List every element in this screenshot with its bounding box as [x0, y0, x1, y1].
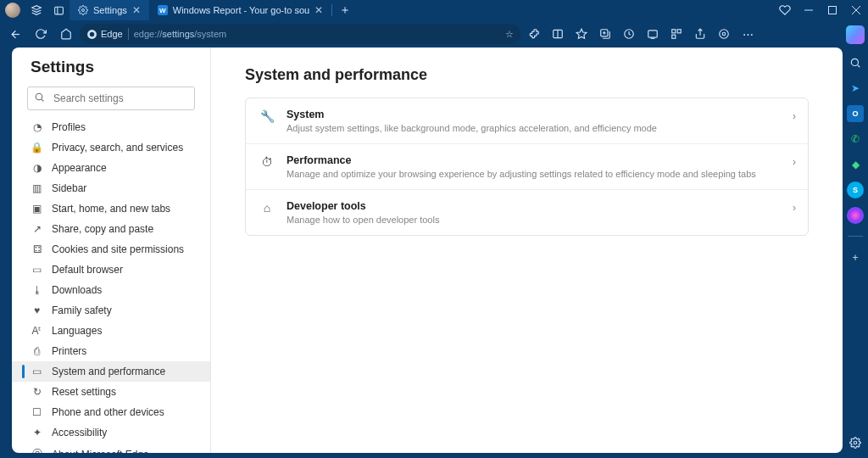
back-button[interactable] — [3, 22, 27, 46]
dock-search-icon[interactable] — [847, 54, 864, 71]
chevron-right-icon: › — [793, 110, 796, 122]
sidebar-item-reset-settings[interactable]: ↻Reset settings — [12, 382, 210, 402]
nav-label: Reset settings — [52, 386, 116, 398]
svg-line-27 — [858, 65, 860, 68]
chevron-right-icon: › — [793, 202, 796, 214]
share-icon[interactable] — [688, 22, 712, 46]
home-button[interactable] — [54, 22, 78, 46]
workspaces-icon[interactable] — [25, 4, 47, 16]
tab-actions-icon[interactable] — [47, 5, 70, 16]
copilot-button[interactable] — [846, 25, 865, 44]
nav-icon: ◔ — [31, 121, 43, 133]
nav-label: Languages — [52, 325, 102, 337]
history-icon[interactable] — [617, 22, 641, 46]
new-tab-button[interactable]: ＋ — [332, 0, 358, 20]
tab-label: Settings — [93, 5, 127, 15]
svg-rect-4 — [829, 7, 837, 14]
svg-rect-19 — [677, 30, 681, 33]
favorites-icon[interactable] — [570, 22, 593, 46]
close-window-button[interactable] — [844, 6, 868, 14]
toolbar: Edge edge://settings/system ☆ ⋯ — [0, 20, 868, 47]
sidebar-item-cookies-and-site-permissions[interactable]: ⚃Cookies and site permissions — [12, 239, 210, 260]
site-favicon: W — [158, 5, 168, 15]
nav-label: Appearance — [52, 162, 107, 174]
performance-icon[interactable] — [712, 22, 736, 46]
favorite-star-icon[interactable]: ☆ — [505, 29, 514, 40]
reading-list-icon[interactable] — [546, 22, 570, 46]
nav-icon: ◑ — [31, 162, 43, 174]
row-title: Developer tools — [287, 200, 439, 212]
nav-icon: 🔒 — [31, 142, 43, 154]
nav-icon: ✦ — [31, 427, 43, 438]
screenshot-icon[interactable] — [641, 22, 665, 46]
nav-icon: ▥ — [31, 182, 43, 194]
svg-point-22 — [720, 30, 729, 39]
nav-icon: ⓔ — [31, 447, 43, 453]
rewards-icon[interactable] — [773, 4, 797, 16]
row-title: System — [287, 109, 657, 120]
settings-row-developer-tools[interactable]: ⌂Developer toolsManage how to open devel… — [246, 189, 808, 235]
dock-skype-icon[interactable]: S — [847, 182, 864, 198]
sidebar-item-system-and-performance[interactable]: ▭System and performance — [12, 361, 210, 382]
apps-icon[interactable] — [665, 22, 688, 46]
search-icon — [34, 92, 45, 103]
sidebar-item-downloads[interactable]: ⭳Downloads — [12, 280, 210, 300]
sidebar-item-accessibility[interactable]: ✦Accessibility — [12, 422, 210, 443]
sidebar-item-profiles[interactable]: ◔Profiles — [12, 117, 210, 137]
gear-icon — [78, 5, 88, 15]
tab-label: Windows Report - Your go-to sou — [173, 5, 309, 15]
chip-label: Edge — [101, 29, 123, 39]
more-icon[interactable]: ⋯ — [736, 22, 760, 46]
sidebar-item-phone-and-other-devices[interactable]: ☐Phone and other devices — [12, 402, 210, 422]
tab-settings[interactable]: Settings ✕ — [70, 0, 149, 20]
dock-android-icon[interactable]: ◆ — [847, 156, 864, 173]
sidebar-item-appearance[interactable]: ◑Appearance — [12, 158, 210, 178]
address-bar[interactable]: Edge edge://settings/system ☆ — [80, 24, 520, 44]
svg-point-28 — [854, 441, 857, 444]
profile-avatar[interactable] — [5, 3, 20, 18]
sidebar-item-printers[interactable]: ⎙Printers — [12, 341, 210, 361]
title-bar: Settings ✕ W Windows Report - Your go-to… — [0, 0, 868, 20]
sidebar-item-sidebar[interactable]: ▥Sidebar — [12, 178, 210, 198]
search-input[interactable] — [27, 87, 195, 110]
svg-rect-20 — [672, 35, 676, 38]
maximize-button[interactable] — [821, 6, 844, 14]
nav-label: Cookies and site permissions — [52, 243, 184, 255]
close-icon[interactable]: ✕ — [314, 4, 323, 16]
svg-marker-12 — [576, 29, 587, 38]
dock-messenger-icon[interactable] — [847, 207, 864, 224]
tab-windows-report[interactable]: W Windows Report - Your go-to sou ✕ — [149, 0, 331, 20]
sidebar-title: Settings — [12, 58, 210, 81]
sidebar-item-default-browser[interactable]: ▭Default browser — [12, 260, 210, 280]
extensions-icon[interactable] — [522, 22, 546, 46]
nav-label: Sidebar — [52, 182, 86, 194]
close-icon[interactable]: ✕ — [132, 4, 141, 16]
dock-outlook-icon[interactable]: O — [847, 105, 864, 122]
dock-telegram-icon[interactable]: ➤ — [847, 80, 864, 97]
minimize-button[interactable] — [797, 6, 821, 14]
dock-whatsapp-icon[interactable]: ✆ — [847, 131, 864, 148]
nav-label: Phone and other devices — [52, 406, 164, 418]
dock-settings-icon[interactable] — [847, 434, 864, 451]
nav-label: Share, copy and paste — [52, 223, 153, 235]
svg-rect-18 — [672, 30, 676, 33]
nav-label: Family safety — [52, 304, 112, 316]
row-title: Performance — [287, 154, 756, 166]
settings-main: System and performance 🔧SystemAdjust sys… — [211, 47, 843, 453]
settings-row-performance[interactable]: ⏱PerformanceManage and optimize your bro… — [246, 143, 808, 189]
sidebar-item-share-copy-and-paste[interactable]: ↗Share, copy and paste — [12, 219, 210, 239]
settings-row-system[interactable]: 🔧SystemAdjust system settings, like back… — [246, 98, 808, 143]
collections-icon[interactable] — [593, 22, 617, 46]
nav-label: System and performance — [52, 366, 165, 377]
row-desc: Adjust system settings, like background … — [287, 123, 657, 133]
sidebar-item-languages[interactable]: AᵗLanguages — [12, 321, 210, 341]
refresh-button[interactable] — [29, 22, 53, 46]
row-icon: ⌂ — [259, 200, 275, 215]
dock-add-icon[interactable]: ＋ — [847, 249, 864, 265]
nav-icon: ☐ — [31, 406, 43, 418]
sidebar-item-family-safety[interactable]: ♥Family safety — [12, 300, 210, 321]
sidebar-item-privacy-search-and-services[interactable]: 🔒Privacy, search, and services — [12, 137, 210, 158]
sidebar-item-about-microsoft-edge[interactable]: ⓔAbout Microsoft Edge — [12, 443, 210, 453]
tab-strip: Settings ✕ W Windows Report - Your go-to… — [70, 0, 358, 20]
sidebar-item-start-home-and-new-tabs[interactable]: ▣Start, home, and new tabs — [12, 198, 210, 219]
